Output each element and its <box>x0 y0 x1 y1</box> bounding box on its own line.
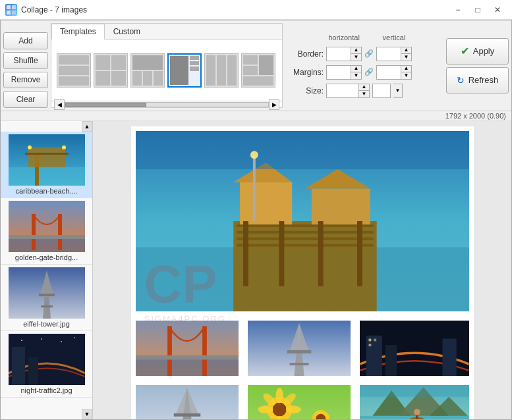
border-v-down[interactable]: ▼ <box>401 54 411 61</box>
template-item-1[interactable] <box>57 53 91 88</box>
template-item-2[interactable] <box>94 53 128 88</box>
size-spinner[interactable]: 2000 ▲ ▼ <box>326 84 370 98</box>
minimize-button[interactable]: − <box>449 3 467 17</box>
svg-point-25 <box>41 338 42 340</box>
collage-cell-5[interactable] <box>134 383 241 419</box>
svg-rect-59 <box>442 339 456 376</box>
tab-templates[interactable]: Templates <box>51 24 105 39</box>
margins-h-down[interactable]: ▼ <box>351 72 361 79</box>
remove-button[interactable]: Remove <box>3 72 48 89</box>
color-picker[interactable] <box>372 84 391 98</box>
border-v-spinner[interactable]: 4 ▲ ▼ <box>376 47 412 61</box>
svg-rect-37 <box>311 189 370 224</box>
list-item[interactable]: night-traffic2.jpg <box>1 331 92 398</box>
size-label: Size: <box>291 86 324 95</box>
refresh-label: Refresh <box>469 75 499 85</box>
size-input[interactable]: 2000 <box>327 84 358 97</box>
list-item[interactable]: caribbean-beach.... <box>1 132 92 198</box>
collage-cell-3[interactable] <box>246 319 353 378</box>
sidebar-scroll-down[interactable]: ▼ <box>82 409 92 419</box>
scrollbar-thumb[interactable] <box>65 103 146 107</box>
margins-row: Margins: 4 ▲ ▼ 🔗 4 ▲ ▼ <box>291 65 438 80</box>
border-h-spinner[interactable]: 4 ▲ ▼ <box>326 47 362 61</box>
border-h-down[interactable]: ▼ <box>351 54 361 61</box>
window-title: Collage - 7 images <box>21 5 449 14</box>
tab-custom[interactable]: Custom <box>105 24 149 39</box>
svg-rect-31 <box>237 224 374 227</box>
svg-rect-32 <box>237 231 374 234</box>
svg-rect-39 <box>243 221 248 286</box>
app-icon <box>5 4 17 16</box>
svg-point-26 <box>61 341 62 342</box>
statusbar: 1792 x 2000 (0.90) <box>1 111 511 121</box>
svg-point-76 <box>285 406 300 413</box>
color-dropdown-button[interactable]: ▼ <box>393 84 403 98</box>
template-item-3[interactable] <box>130 53 165 88</box>
sidebar-scroll-up[interactable]: ▲ <box>82 121 92 132</box>
collage-cell-2[interactable] <box>134 319 241 378</box>
apply-button[interactable]: ✔ Apply <box>446 38 509 65</box>
border-lock-icon[interactable]: 🔗 <box>364 47 374 61</box>
tab-bar: Templates Custom <box>51 24 282 39</box>
svg-point-27 <box>74 337 75 338</box>
border-v-up[interactable]: ▲ <box>401 47 411 54</box>
collage-cell-7[interactable] <box>358 383 471 419</box>
refresh-icon: ↻ <box>457 75 465 86</box>
svg-rect-61 <box>374 339 376 342</box>
scroll-right-button[interactable]: ▶ <box>269 99 279 110</box>
margins-v-up[interactable]: ▲ <box>401 66 411 72</box>
template-grid <box>51 39 282 101</box>
size-up[interactable]: ▲ <box>358 84 369 91</box>
border-v-input[interactable]: 4 <box>377 47 401 61</box>
svg-rect-34 <box>237 244 374 247</box>
margins-v-input[interactable]: 4 <box>377 66 401 79</box>
border-h-up[interactable]: ▲ <box>351 47 361 54</box>
titlebar: Collage - 7 images − □ ✕ <box>0 0 512 20</box>
list-item[interactable]: golden-gate-bridg... <box>1 198 92 265</box>
collage-cell-main[interactable] <box>134 129 471 313</box>
template-item-6[interactable] <box>241 53 275 88</box>
collage-cell-4[interactable] <box>358 319 471 378</box>
image-name-1: caribbean-beach.... <box>3 187 90 195</box>
scroll-left-button[interactable]: ◀ <box>54 99 65 110</box>
margins-h-up[interactable]: ▲ <box>351 66 361 72</box>
maximize-button[interactable]: □ <box>469 3 487 17</box>
template-item-5[interactable] <box>204 53 239 88</box>
svg-rect-42 <box>357 221 362 286</box>
image-name-3: eiffel-tower.jpg <box>3 320 90 328</box>
size-down[interactable]: ▼ <box>358 91 369 97</box>
add-button[interactable]: Add <box>3 32 48 49</box>
margins-h-spinner[interactable]: 4 ▲ ▼ <box>326 65 362 80</box>
margins-v-spinner[interactable]: 4 ▲ ▼ <box>376 65 412 80</box>
svg-rect-23 <box>28 357 38 385</box>
svg-rect-33 <box>237 238 374 240</box>
check-icon: ✔ <box>461 45 469 57</box>
margins-h-input[interactable]: 4 <box>327 66 351 79</box>
svg-rect-35 <box>240 182 292 224</box>
svg-point-24 <box>21 340 22 341</box>
svg-rect-22 <box>12 347 25 385</box>
svg-point-9 <box>62 145 66 149</box>
svg-rect-57 <box>366 336 382 376</box>
svg-rect-2 <box>7 11 11 14</box>
collage-canvas: CP SIGMA4PC.ORG <box>131 126 474 419</box>
collage-cell-6[interactable] <box>246 383 353 419</box>
template-item-4[interactable] <box>167 53 202 88</box>
svg-rect-19 <box>39 294 55 296</box>
svg-point-8 <box>28 145 32 149</box>
svg-rect-60 <box>368 339 371 342</box>
clear-button[interactable]: Clear <box>3 91 48 108</box>
image-name-4: night-traffic2.jpg <box>3 386 90 394</box>
list-item[interactable]: eiffel-tower.jpg <box>1 265 92 331</box>
margins-v-down[interactable]: ▼ <box>401 72 411 79</box>
controls-section: horizontal vertical Border: 4 ▲ ▼ 🔗 4 <box>285 23 443 108</box>
refresh-button[interactable]: ↻ Refresh <box>446 67 509 93</box>
svg-rect-15 <box>9 235 85 239</box>
svg-rect-40 <box>279 221 284 286</box>
scrollbar-track[interactable] <box>65 102 269 107</box>
shuffle-button[interactable]: Shuffle <box>3 52 48 69</box>
margins-lock-icon[interactable]: 🔗 <box>364 66 374 79</box>
border-h-input[interactable]: 4 <box>327 47 351 61</box>
svg-rect-66 <box>173 413 200 417</box>
close-button[interactable]: ✕ <box>488 3 507 17</box>
